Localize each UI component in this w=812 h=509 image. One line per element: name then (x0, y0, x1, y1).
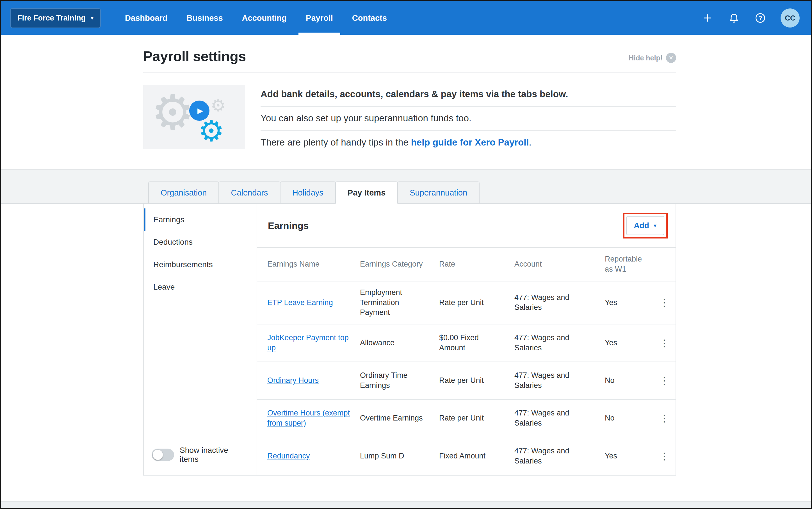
kebab-menu-icon[interactable]: ⋮ (656, 374, 672, 388)
play-icon: ▶ (189, 101, 209, 121)
show-inactive-row: Show inactive items (144, 437, 257, 475)
nav-contacts[interactable]: Contacts (343, 1, 396, 35)
avatar[interactable]: CC (781, 8, 800, 28)
gear-icon: ⚙ (198, 116, 224, 145)
svg-text:?: ? (758, 15, 762, 21)
table-row: Ordinary Hours Ordinary Time Earnings Ra… (257, 362, 675, 400)
earnings-name-link[interactable]: JobKeeper Payment top up (257, 327, 360, 359)
account: 477: Wages and Salaries (515, 286, 605, 319)
page-header-section: Payroll settings Hide help! ✕ ⚙ ⚙ ⚙ ▶ Ad… (1, 35, 811, 169)
add-button-label: Add (634, 221, 649, 230)
add-new-button[interactable] (701, 12, 714, 24)
table-row: Redundancy Lump Sum D Fixed Amount 477: … (257, 437, 675, 475)
earnings-category: Lump Sum D (360, 445, 439, 468)
earnings-name-link[interactable]: ETP Leave Earning (257, 292, 360, 314)
plus-icon (703, 13, 712, 23)
settings-tabs: Organisation Calendars Holidays Pay Item… (143, 170, 676, 203)
chevron-down-icon: ▾ (654, 222, 657, 229)
help-line-3-suffix: . (529, 137, 531, 147)
hide-help-button[interactable]: Hide help! ✕ (629, 53, 676, 63)
rate: Fixed Amount (439, 445, 515, 468)
rate: Rate per Unit (439, 407, 515, 430)
tab-calendars[interactable]: Calendars (218, 181, 280, 204)
earnings-category: Employment Termination Payment (360, 281, 439, 324)
show-inactive-toggle[interactable] (152, 449, 174, 461)
account: 477: Wages and Salaries (515, 402, 605, 434)
account: 477: Wages and Salaries (515, 327, 605, 359)
earnings-category: Allowance (360, 332, 439, 354)
rate: Rate per Unit (439, 369, 515, 392)
help-video-thumbnail[interactable]: ⚙ ⚙ ⚙ ▶ (143, 85, 245, 149)
primary-nav: Dashboard Business Accounting Payroll Co… (115, 1, 396, 35)
top-nav: Fire Force Training ▾ Dashboard Business… (1, 1, 811, 35)
add-earning-button[interactable]: Add ▾ (626, 216, 664, 235)
earnings-category: Overtime Earnings (360, 407, 439, 430)
reportable-w1: No (605, 407, 653, 430)
earnings-name-link[interactable]: Overtime Hours (exempt from super) (257, 402, 360, 434)
table-row: ETP Leave Earning Employment Termination… (257, 281, 675, 325)
page-footer-strip (1, 501, 811, 508)
account: 477: Wages and Salaries (515, 364, 605, 397)
account: 477: Wages and Salaries (515, 440, 605, 472)
sidebar-item-earnings[interactable]: Earnings (144, 208, 257, 231)
tab-superannuation[interactable]: Superannuation (397, 181, 480, 204)
nav-right-actions: ? CC (701, 8, 800, 28)
content-area: Earnings Deductions Reimbursements Leave… (1, 204, 811, 501)
help-button[interactable]: ? (754, 12, 767, 24)
help-line-1: Add bank details, accounts, calendars & … (260, 85, 676, 107)
pay-items-sidebar: Earnings Deductions Reimbursements Leave… (144, 204, 257, 475)
tab-pay-items[interactable]: Pay Items (335, 181, 398, 204)
help-line-2: You can also set up your superannuation … (260, 107, 676, 131)
pay-items-panel: Earnings Deductions Reimbursements Leave… (143, 204, 676, 476)
kebab-menu-icon[interactable]: ⋮ (656, 411, 672, 425)
tab-organisation[interactable]: Organisation (148, 181, 219, 204)
earnings-panel: Earnings Add ▾ Earnings Name Earnings Ca… (257, 204, 675, 475)
sidebar-item-leave[interactable]: Leave (144, 276, 257, 298)
rate: Rate per Unit (439, 292, 515, 314)
question-icon: ? (755, 12, 766, 24)
notifications-button[interactable] (728, 12, 740, 24)
kebab-menu-icon[interactable]: ⋮ (656, 449, 672, 463)
bell-icon (728, 12, 740, 24)
reportable-w1: Yes (605, 292, 653, 314)
table-row: Overtime Hours (exempt from super) Overt… (257, 400, 675, 437)
help-guide-link[interactable]: help guide for Xero Payroll (411, 137, 529, 147)
show-inactive-label: Show inactive items (180, 446, 249, 464)
col-earnings-category: Earnings Category (360, 253, 439, 276)
col-rate: Rate (439, 253, 515, 276)
nav-payroll[interactable]: Payroll (296, 1, 343, 35)
sidebar-item-reimbursements[interactable]: Reimbursements (144, 253, 257, 276)
chevron-down-icon: ▾ (91, 15, 94, 21)
reportable-w1: No (605, 369, 653, 392)
nav-dashboard[interactable]: Dashboard (115, 1, 177, 35)
kebab-menu-icon[interactable]: ⋮ (656, 336, 672, 350)
nav-accounting[interactable]: Accounting (233, 1, 296, 35)
help-section: ⚙ ⚙ ⚙ ▶ Add bank details, accounts, cale… (143, 85, 676, 169)
toggle-knob (153, 450, 163, 460)
gear-icon: ⚙ (151, 88, 194, 137)
reportable-w1: Yes (605, 445, 653, 468)
help-line-3-text: There are plenty of handy tips in the (260, 137, 411, 147)
table-row: JobKeeper Payment top up Allowance $0.00… (257, 325, 675, 362)
org-name: Fire Force Training (17, 14, 85, 23)
nav-business[interactable]: Business (177, 1, 233, 35)
earnings-name-link[interactable]: Ordinary Hours (257, 369, 360, 392)
divider (143, 72, 676, 73)
table-header-row: Earnings Name Earnings Category Rate Acc… (257, 248, 675, 281)
app-window: Fire Force Training ▾ Dashboard Business… (0, 0, 812, 509)
reportable-w1: Yes (605, 332, 653, 354)
tab-holidays[interactable]: Holidays (280, 181, 336, 204)
kebab-menu-icon[interactable]: ⋮ (656, 296, 672, 310)
col-account: Account (515, 253, 605, 276)
org-switcher-button[interactable]: Fire Force Training ▾ (10, 8, 101, 28)
annotation-highlight-box: Add ▾ (623, 213, 668, 238)
col-earnings-name: Earnings Name (257, 253, 360, 276)
tabs-band: Organisation Calendars Holidays Pay Item… (1, 169, 811, 204)
close-icon: ✕ (666, 53, 676, 63)
page-title: Payroll settings (143, 48, 246, 65)
earnings-category: Ordinary Time Earnings (360, 364, 439, 397)
earnings-panel-title: Earnings (268, 220, 309, 231)
gear-icon: ⚙ (211, 97, 226, 114)
earnings-name-link[interactable]: Redundancy (257, 445, 360, 468)
sidebar-item-deductions[interactable]: Deductions (144, 231, 257, 253)
